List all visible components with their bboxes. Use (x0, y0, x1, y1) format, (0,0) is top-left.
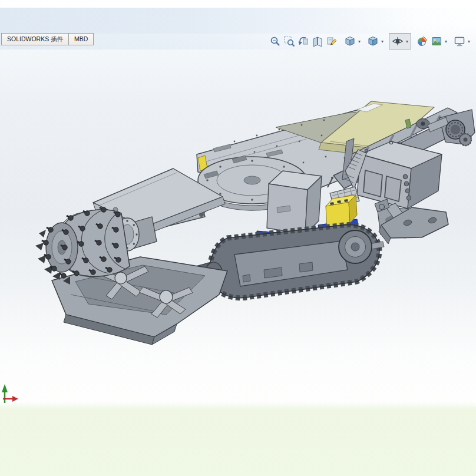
view-settings-dropdown-caret[interactable]: ▾ (467, 39, 471, 44)
coordinate-triad[interactable] (2, 384, 18, 403)
zoom-to-fit-icon[interactable] (268, 34, 282, 48)
hide-show-items-icon[interactable] (391, 34, 405, 48)
apply-scene-icon[interactable] (429, 34, 444, 48)
view-settings-icon[interactable] (452, 34, 467, 48)
zoom-to-area-icon[interactable] (282, 34, 296, 48)
solidworks-graphics-area[interactable]: SOLIDWORKS 插件 MBD ▾ ▾ ▾ (0, 0, 476, 476)
hide-show-items-button[interactable]: ▾ (389, 33, 411, 49)
view-orientation-icon[interactable] (343, 34, 357, 48)
view-orientation-dropdown-caret[interactable]: ▾ (357, 39, 362, 44)
x-axis-arrow (12, 396, 18, 402)
hide-show-items-dropdown-caret[interactable]: ▾ (405, 39, 409, 44)
section-view-icon[interactable] (310, 34, 325, 48)
heads-up-view-toolbar: ▾ ▾ ▾ ▾ ▾ (268, 33, 471, 49)
tab-solidworks-plugins[interactable]: SOLIDWORKS 插件 (1, 33, 69, 45)
previous-view-icon[interactable] (296, 34, 310, 48)
crawler-track[interactable] (196, 225, 384, 300)
y-axis-arrow (2, 384, 8, 392)
display-style-dropdown-caret[interactable]: ▾ (380, 39, 385, 44)
display-style-icon[interactable] (366, 34, 380, 48)
apply-scene-dropdown-caret[interactable]: ▾ (444, 39, 448, 44)
edit-appearance-icon[interactable] (415, 34, 429, 48)
model-viewport[interactable] (0, 0, 476, 476)
command-manager-tabs: SOLIDWORKS 插件 MBD (1, 33, 94, 45)
annotation-views-icon[interactable] (325, 34, 339, 48)
tab-mbd[interactable]: MBD (68, 33, 94, 45)
